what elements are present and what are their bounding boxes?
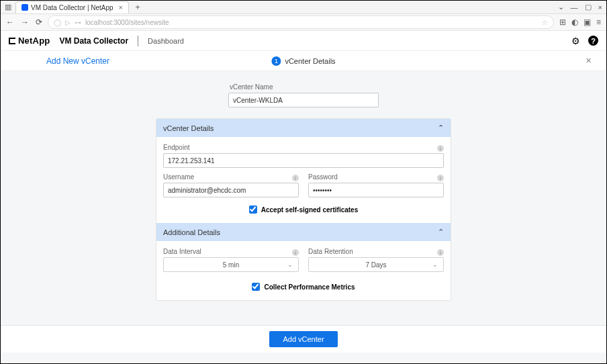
tab-title: VM Data Collector | NetApp: [31, 4, 113, 11]
browser-titlebar: ▥ VM Data Collector | NetApp × + ⌄ — ▢ ×: [1, 1, 606, 14]
nav-back-icon[interactable]: ←: [6, 17, 14, 27]
lock-icon: ⊶: [75, 19, 81, 26]
url-text: localhost:3000/sites/newsite: [85, 19, 169, 26]
shield-icon: ◯: [54, 19, 61, 26]
breadcrumb[interactable]: Dashboard: [148, 37, 184, 45]
nav-reload-icon[interactable]: ⟳: [36, 17, 42, 27]
password-input[interactable]: [308, 183, 444, 197]
section-title: vCenter Details: [163, 124, 214, 132]
brand-logo: NetApp: [9, 36, 50, 46]
header-divider: [138, 36, 138, 46]
data-retention-label: Data Retention: [308, 248, 353, 255]
hamburger-menu-icon[interactable]: ≡: [596, 17, 601, 27]
chevron-down-icon: ⌄: [287, 261, 293, 268]
gear-icon[interactable]: ⚙: [571, 36, 580, 46]
browser-tab[interactable]: VM Data Collector | NetApp ×: [15, 1, 129, 13]
endpoint-input[interactable]: [163, 153, 444, 168]
form-panel: vCenter Details ⌃ Endpoint i: [156, 118, 451, 301]
info-icon[interactable]: i: [437, 249, 444, 256]
page-subheader: Add New vCenter 1 vCenter Details ✕: [1, 51, 606, 71]
window-restore-icon[interactable]: ▢: [585, 3, 592, 11]
section-additional-details-body: Data Interval i 5 min ⌄ Data Retention: [156, 241, 451, 300]
accept-cert-checkbox[interactable]: [249, 206, 257, 214]
section-vcenter-details-header[interactable]: vCenter Details ⌃: [156, 119, 451, 137]
collect-metrics-label: Collect Performance Metrics: [264, 283, 355, 291]
info-icon[interactable]: i: [292, 249, 299, 256]
accept-cert-label: Accept self-signed certificates: [261, 206, 359, 214]
url-input[interactable]: ◯ ▷ ⊶ localhost:3000/sites/newsite ☆: [48, 15, 554, 29]
app-header: NetApp VM Data Collector Dashboard ⚙ ?: [1, 31, 606, 51]
tab-strip-icon: ▥: [5, 3, 11, 11]
info-icon[interactable]: i: [437, 145, 444, 152]
vcenter-name-label: vCenter Name: [230, 83, 379, 91]
window-chevron-icon[interactable]: ⌄: [558, 3, 564, 11]
reader-icon[interactable]: ▣: [583, 17, 591, 27]
collect-metrics-checkbox[interactable]: [252, 283, 260, 291]
username-label: Username: [163, 173, 194, 181]
brand-mark-icon: [9, 38, 15, 44]
chevron-down-icon: ⌄: [432, 261, 438, 268]
add-vcenter-button[interactable]: Add vCenter: [269, 331, 337, 347]
window-minimize-icon[interactable]: —: [571, 3, 578, 11]
step-badge: 1: [271, 56, 281, 66]
browser-address-bar: ← → ⟳ ◯ ▷ ⊶ localhost:3000/sites/newsite…: [1, 14, 606, 31]
info-icon[interactable]: i: [437, 175, 444, 181]
new-tab-button[interactable]: +: [133, 3, 143, 12]
page-title: Add New vCenter: [14, 56, 109, 66]
content-area: vCenter Name vCenter Details ⌃ Endpoint …: [1, 71, 606, 363]
nav-forward-icon[interactable]: →: [21, 17, 29, 27]
info-icon[interactable]: i: [292, 175, 299, 181]
data-interval-label: Data Interval: [163, 248, 201, 255]
endpoint-label: Endpoint: [163, 144, 189, 151]
select-value: 7 Days: [365, 261, 386, 269]
section-vcenter-details-body: Endpoint i Username i: [156, 137, 451, 223]
vcenter-name-input[interactable]: [228, 93, 379, 107]
password-label: Password: [308, 173, 338, 181]
data-interval-select[interactable]: 5 min ⌄: [163, 257, 299, 272]
tab-close-icon[interactable]: ×: [119, 4, 123, 11]
site-info-icon: ▷: [65, 19, 71, 26]
section-title: Additional Details: [163, 228, 220, 236]
bookmark-star-icon[interactable]: ☆: [542, 19, 548, 26]
account-icon[interactable]: ◐: [571, 17, 578, 27]
help-icon[interactable]: ?: [588, 36, 598, 46]
section-additional-details-header[interactable]: Additional Details ⌃: [156, 223, 451, 241]
data-retention-select[interactable]: 7 Days ⌄: [308, 257, 444, 272]
step-label: vCenter Details: [285, 57, 335, 65]
window-close-icon[interactable]: ×: [598, 3, 602, 11]
select-value: 5 min: [223, 261, 239, 269]
chevron-up-icon: ⌃: [438, 228, 444, 236]
brand-text: NetApp: [18, 36, 50, 46]
wizard-step: 1 vCenter Details: [271, 56, 335, 66]
extension-icon[interactable]: ⊞: [559, 17, 566, 27]
close-panel-icon[interactable]: ✕: [586, 56, 592, 65]
username-input[interactable]: [163, 183, 299, 197]
tab-favicon: [21, 4, 28, 11]
form-footer: Add vCenter: [1, 325, 606, 353]
app-name: VM Data Collector: [59, 36, 128, 46]
chevron-up-icon: ⌃: [438, 124, 444, 132]
